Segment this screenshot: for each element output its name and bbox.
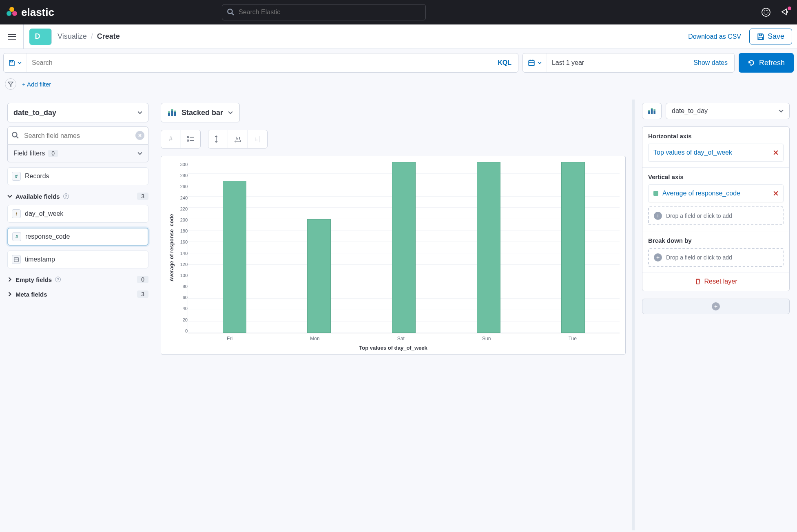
vertical-axis-dimension[interactable]: Average of response_code	[648, 184, 784, 202]
layer-header: date_to_day	[642, 103, 790, 119]
empty-fields-header[interactable]: Empty fields ? 0	[7, 276, 148, 283]
layer-index-pattern-label: date_to_day	[672, 107, 708, 115]
y-ticks: 3002802602402202001801601401201008060402…	[176, 162, 188, 333]
help-icon[interactable]	[761, 7, 771, 17]
calendar-icon	[528, 59, 535, 66]
available-fields-header[interactable]: Available fields ? 3	[7, 193, 148, 200]
legend-button[interactable]	[181, 130, 200, 148]
close-icon	[773, 150, 778, 155]
date-picker[interactable]: Last 1 year Show dates	[522, 53, 735, 73]
filter-options-button[interactable]	[5, 78, 16, 90]
breakdown-dropzone[interactable]: + Drop a field or click to add	[648, 248, 784, 267]
close-icon	[138, 133, 142, 137]
vertical-axis-dropzone[interactable]: + Drop a field or click to add	[648, 206, 784, 225]
reset-layer-button[interactable]: Reset layer	[695, 278, 737, 285]
add-layer-button[interactable]: +	[642, 299, 790, 314]
svg-point-0	[228, 9, 232, 13]
add-filter-link[interactable]: + Add filter	[22, 81, 51, 88]
remove-dimension-button[interactable]	[773, 150, 778, 155]
reset-layer-label: Reset layer	[704, 278, 737, 285]
label-group: #	[161, 130, 201, 149]
elastic-logo[interactable]: elastic	[7, 6, 54, 19]
search-icon	[227, 8, 234, 16]
refresh-button[interactable]: Refresh	[739, 53, 794, 73]
date-range-display[interactable]: Last 1 year	[547, 59, 687, 66]
horizontal-axis-section: Horizontal axis Top values of day_of_wee…	[642, 127, 789, 167]
saved-query-menu[interactable]	[4, 53, 27, 72]
bar-Tue[interactable]	[561, 162, 585, 333]
horizontal-axis-value: Top values of day_of_week	[653, 149, 732, 156]
left-axis-button[interactable]	[208, 130, 228, 148]
refresh-icon	[748, 59, 755, 66]
right-axis-button[interactable]	[248, 130, 267, 148]
field-item-response_code[interactable]: #response_code	[7, 228, 148, 246]
field-item-day_of_week[interactable]: tday_of_week	[7, 205, 148, 223]
search-input[interactable]	[27, 59, 491, 66]
field-records[interactable]: # Records	[7, 167, 148, 185]
svg-rect-28	[187, 140, 188, 141]
space-selector[interactable]: D	[29, 29, 52, 45]
field-filters-toggle[interactable]: Field filters 0	[7, 144, 148, 162]
chevron-down-icon	[228, 110, 233, 115]
filter-bar: + Add filter	[0, 77, 797, 95]
query-bar: KQL Last 1 year Show dates Refresh	[0, 49, 797, 77]
fields-list: tday_of_week#response_codetimestamp	[7, 205, 148, 268]
save-label: Save	[768, 32, 784, 41]
kql-query-box[interactable]: KQL	[3, 53, 518, 73]
chart-plot-area: Average of response_code 300280260240220…	[167, 162, 620, 333]
layer-chart-type-icon-button[interactable]	[642, 103, 662, 119]
horizontal-axis-dimension[interactable]: Top values of day_of_week	[648, 144, 784, 162]
bar-Sun[interactable]	[477, 162, 500, 333]
x-tick: Sun	[482, 336, 491, 341]
close-icon	[773, 191, 778, 196]
bar-Fri[interactable]	[223, 181, 246, 333]
global-search-input[interactable]	[222, 4, 426, 20]
records-label: Records	[25, 173, 49, 180]
bottom-axis-button[interactable]	[228, 130, 248, 148]
svg-rect-40	[651, 109, 653, 114]
field-search	[7, 126, 148, 144]
clear-search-button[interactable]	[135, 131, 144, 140]
x-axis-label: Top values of day_of_week	[167, 345, 620, 351]
bar-Sat[interactable]	[392, 162, 416, 333]
svg-rect-20	[168, 113, 170, 116]
nav-toggle-button[interactable]	[0, 24, 24, 49]
kql-toggle[interactable]: KQL	[491, 59, 518, 66]
meta-fields-count: 3	[137, 290, 148, 298]
layer-index-pattern-select[interactable]: date_to_day	[666, 103, 790, 119]
notification-dot-icon	[788, 7, 791, 10]
breadcrumb-visualize[interactable]: Visualize	[58, 32, 87, 41]
newsfeed-icon[interactable]	[781, 7, 790, 17]
available-fields-count: 3	[137, 193, 148, 200]
number-icon: #	[12, 232, 21, 241]
index-pattern-select[interactable]: date_to_day	[7, 103, 148, 122]
chart-type-select[interactable]: Stacked bar	[161, 103, 240, 122]
x-tick: Mon	[310, 336, 319, 341]
global-search[interactable]	[222, 4, 426, 20]
svg-rect-23	[171, 109, 173, 111]
download-csv-link[interactable]: Download as CSV	[688, 33, 741, 40]
text-icon: t	[12, 209, 21, 218]
quick-select-menu[interactable]	[523, 53, 547, 72]
chevron-down-icon	[137, 151, 142, 156]
svg-rect-39	[648, 110, 650, 111]
svg-point-3	[764, 10, 768, 14]
info-icon[interactable]: ?	[55, 277, 61, 282]
breadcrumb-current: Create	[97, 32, 120, 41]
info-icon[interactable]: ?	[63, 193, 69, 199]
logo-text: elastic	[21, 6, 54, 19]
x-tick: Tue	[569, 336, 577, 341]
axis-group	[208, 130, 268, 149]
field-name: response_code	[25, 233, 70, 240]
meta-fields-header[interactable]: Meta fields 3	[7, 290, 148, 298]
show-dates-link[interactable]: Show dates	[687, 59, 734, 66]
field-item-timestamp[interactable]: timestamp	[7, 250, 148, 268]
svg-rect-26	[187, 137, 188, 138]
show-values-button[interactable]: #	[161, 130, 181, 148]
svg-rect-9	[11, 60, 13, 62]
bar-Mon[interactable]	[307, 219, 331, 333]
index-pattern-label: date_to_day	[13, 109, 56, 117]
field-search-input[interactable]	[7, 126, 148, 144]
remove-dimension-button[interactable]	[773, 191, 778, 196]
save-button[interactable]: Save	[749, 29, 792, 44]
